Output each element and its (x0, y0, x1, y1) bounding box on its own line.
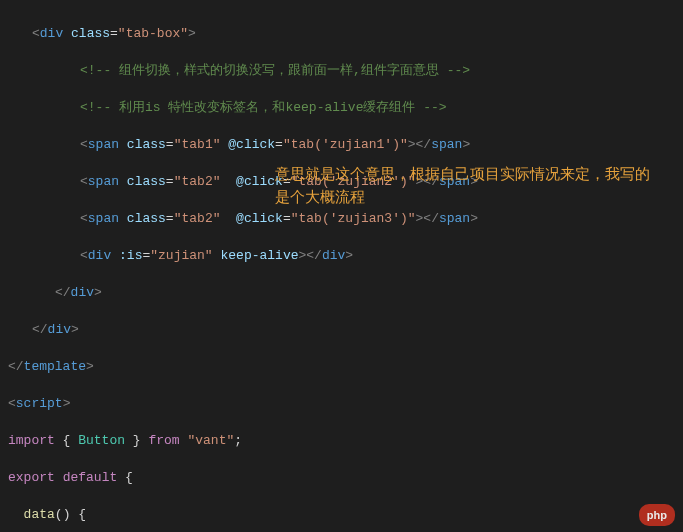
code-line: <span class="tab2" @click="tab('zujian3'… (0, 210, 683, 229)
code-line: <div :is="zujian" keep-alive></div> (0, 247, 683, 266)
code-line: </div> (0, 321, 683, 340)
code-line: <!-- 组件切换，样式的切换没写，跟前面一样,组件字面意思 --> (0, 62, 683, 81)
code-line: data() { (0, 506, 683, 525)
code-line: <!-- 利用is 特性改变标签名，和keep-alive缓存组件 --> (0, 99, 683, 118)
code-line: </div> (0, 284, 683, 303)
code-line: <div class="tab-box"> (0, 25, 683, 44)
code-line: <script> (0, 395, 683, 414)
code-editor[interactable]: <div class="tab-box"> <!-- 组件切换，样式的切换没写，… (0, 0, 683, 532)
php-logo-badge: php (639, 504, 675, 527)
code-line: export default { (0, 469, 683, 488)
code-line: <span class="tab1" @click="tab('zujian1'… (0, 136, 683, 155)
code-line: </template> (0, 358, 683, 377)
code-line: import { Button } from "vant"; (0, 432, 683, 451)
annotation-text: 意思就是这个意思，根据自己项目实际情况来定，我写的是个大概流程 (275, 163, 655, 208)
